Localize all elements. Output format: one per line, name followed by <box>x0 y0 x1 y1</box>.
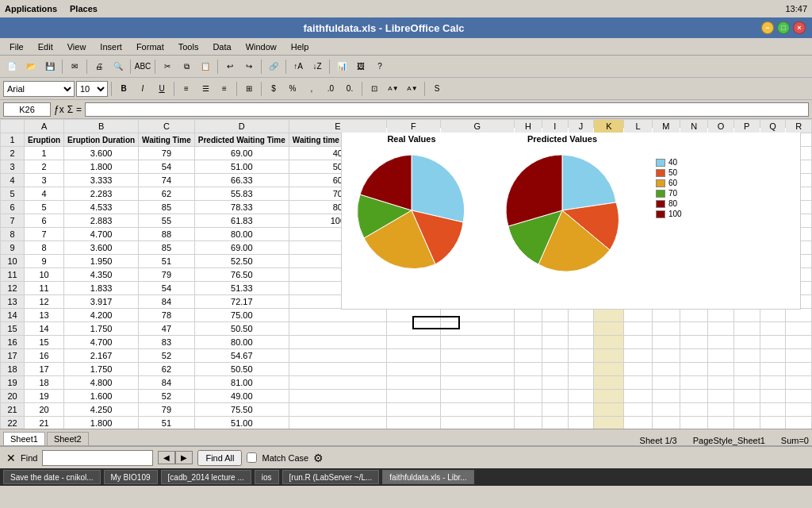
cell[interactable] <box>594 322 624 336</box>
cell[interactable] <box>594 417 624 429</box>
cell[interactable]: 51.00 <box>194 160 289 174</box>
cell[interactable] <box>708 363 734 376</box>
maximize-button[interactable]: □ <box>777 21 790 34</box>
currency-button[interactable]: $ <box>265 80 282 98</box>
col-header-D[interactable]: D <box>194 120 289 133</box>
copy-button[interactable]: ⧉ <box>178 58 195 75</box>
taskbar-item-2[interactable]: My BIO109 <box>104 470 158 484</box>
cell[interactable]: 52.50 <box>194 255 289 268</box>
help-button[interactable]: ? <box>371 58 389 75</box>
cell[interactable] <box>786 390 812 403</box>
cell[interactable]: 1.750 <box>64 363 139 376</box>
cell[interactable] <box>542 322 569 336</box>
cell[interactable] <box>786 376 812 390</box>
row-header[interactable]: 2 <box>1 147 25 160</box>
cell[interactable] <box>594 336 624 349</box>
cell[interactable] <box>594 390 624 403</box>
cell[interactable]: 1.600 <box>64 390 139 403</box>
cell[interactable]: 74 <box>139 174 195 187</box>
cell[interactable] <box>289 363 386 376</box>
cell[interactable] <box>733 336 760 349</box>
menu-insert[interactable]: Insert <box>94 40 128 53</box>
underline-button[interactable]: U <box>153 80 170 98</box>
font-selector[interactable]: Arial <box>3 81 75 97</box>
cell[interactable]: 78.33 <box>194 201 289 214</box>
find-all-button[interactable]: Find All <box>197 450 242 466</box>
cell[interactable] <box>624 376 652 390</box>
cell[interactable] <box>652 336 680 349</box>
decrease-decimal[interactable]: 0. <box>341 80 358 98</box>
cell[interactable]: 79 <box>139 147 195 160</box>
formula-input[interactable] <box>85 102 809 117</box>
cell[interactable]: 2.167 <box>64 349 139 363</box>
cell[interactable] <box>708 390 734 403</box>
cell-reference[interactable]: K26 <box>3 102 51 117</box>
italic-button[interactable]: I <box>134 80 151 98</box>
cell[interactable]: 3.600 <box>64 241 139 255</box>
merge-button[interactable]: ⊞ <box>240 80 258 98</box>
align-left-button[interactable]: ≡ <box>178 80 195 98</box>
preview-button[interactable]: 🔍 <box>109 58 127 75</box>
cell[interactable] <box>440 417 514 429</box>
menu-help[interactable]: Help <box>285 40 316 53</box>
cell[interactable] <box>514 376 542 390</box>
cell[interactable] <box>733 349 760 363</box>
col-header-G[interactable]: G <box>440 120 514 133</box>
row-header[interactable]: 12 <box>1 282 25 295</box>
cell[interactable] <box>514 349 542 363</box>
find-prev-button[interactable]: ◀ <box>158 451 175 464</box>
row-header[interactable]: 7 <box>1 214 25 228</box>
cell[interactable] <box>568 309 594 322</box>
email-button[interactable]: ✉ <box>66 58 83 75</box>
cell[interactable]: 52 <box>139 349 195 363</box>
taskbar-item-4[interactable]: ios <box>255 470 279 484</box>
hyperlink-button[interactable]: 🔗 <box>265 58 282 75</box>
cell[interactable] <box>680 336 707 349</box>
cell[interactable]: 80.00 <box>194 336 289 349</box>
cell[interactable] <box>708 322 734 336</box>
row-header[interactable]: 1 <box>1 133 25 147</box>
percent-button[interactable]: % <box>284 80 301 98</box>
cell[interactable] <box>652 403 680 417</box>
cell[interactable]: 1.800 <box>64 160 139 174</box>
cell[interactable] <box>624 309 652 322</box>
cell[interactable] <box>594 349 624 363</box>
find-next-button[interactable]: ▶ <box>175 451 193 464</box>
row-header[interactable]: 20 <box>1 390 25 403</box>
menu-edit[interactable]: Edit <box>32 40 59 53</box>
cell[interactable] <box>289 349 386 363</box>
cell[interactable] <box>386 322 440 336</box>
col-header-M[interactable]: M <box>652 120 680 133</box>
cell[interactable] <box>440 363 514 376</box>
cell[interactable]: 54.67 <box>194 349 289 363</box>
cell[interactable]: 79 <box>139 403 195 417</box>
close-button[interactable]: × <box>793 21 806 34</box>
cell[interactable]: 8 <box>25 241 64 255</box>
cell[interactable]: 17 <box>25 363 64 376</box>
cell[interactable]: 72.17 <box>194 295 289 309</box>
places-menu[interactable]: Places <box>70 4 98 13</box>
cell[interactable]: 3 <box>25 174 64 187</box>
cell[interactable] <box>542 309 569 322</box>
cell[interactable] <box>760 390 786 403</box>
align-right-button[interactable]: ≡ <box>216 80 233 98</box>
cell[interactable] <box>289 376 386 390</box>
cell[interactable] <box>733 322 760 336</box>
cell[interactable] <box>652 349 680 363</box>
col-header-Q[interactable]: Q <box>760 120 786 133</box>
cell[interactable] <box>680 309 707 322</box>
col-header-O[interactable]: O <box>708 120 734 133</box>
menu-tools[interactable]: Tools <box>172 40 205 53</box>
cell[interactable] <box>289 390 386 403</box>
cell[interactable] <box>594 376 624 390</box>
cell[interactable]: 51.33 <box>194 282 289 295</box>
cell[interactable] <box>760 363 786 376</box>
cell[interactable]: 4.700 <box>64 336 139 349</box>
sheet-tab-2[interactable]: Sheet2 <box>47 432 89 445</box>
cell[interactable] <box>786 349 812 363</box>
cell[interactable] <box>514 390 542 403</box>
chart-button[interactable]: 📊 <box>333 58 350 75</box>
increase-decimal[interactable]: .0 <box>322 80 339 98</box>
cell[interactable] <box>514 336 542 349</box>
cell[interactable] <box>514 322 542 336</box>
